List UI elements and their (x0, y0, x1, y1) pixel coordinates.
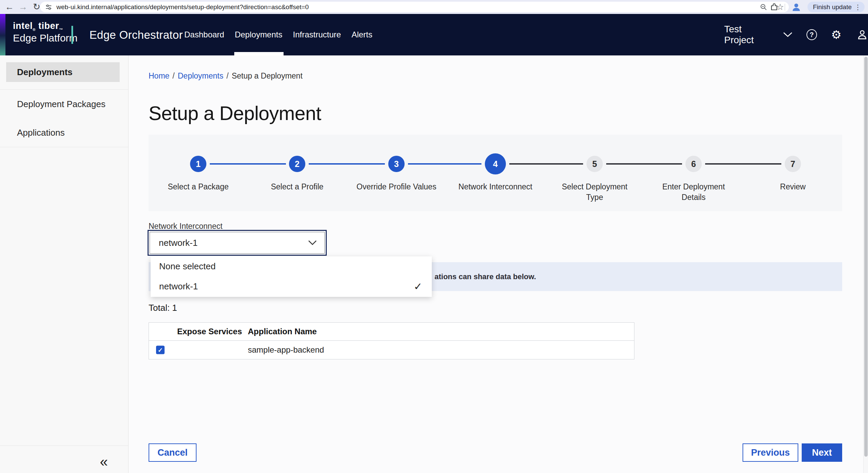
table-row: ✓ sample-app-backend (149, 341, 634, 359)
url-text[interactable]: web-ui.kind.internal/applications/deploy… (56, 3, 309, 11)
breadcrumb-deployments[interactable]: Deployments (178, 71, 223, 81)
nav-dashboard[interactable]: Dashboard (184, 14, 224, 55)
account-person-icon[interactable] (856, 29, 868, 40)
help-icon[interactable]: ? (806, 29, 817, 40)
cancel-button[interactable]: Cancel (149, 443, 197, 462)
sidebar-item-deployments[interactable]: Deployments (6, 62, 120, 82)
applications-table: Expose Services Application Name ✓ sampl… (149, 322, 634, 359)
zoom-page-icon[interactable] (760, 3, 768, 11)
brand-gradient-strip (0, 14, 5, 55)
select-chevron-down-icon[interactable] (308, 240, 317, 246)
app-header: intel® tiber™ Edge Platform Edge Orchest… (0, 14, 868, 55)
browser-back-icon[interactable]: ← (3, 2, 16, 12)
step-6-enter-deployment-details[interactable]: 6 Enter Deployment Details (643, 135, 745, 203)
browser-profile-avatar[interactable] (791, 2, 801, 12)
project-chevron-down-icon[interactable] (783, 32, 793, 38)
settings-gear-icon[interactable]: ⚙ (831, 29, 841, 40)
browser-toolbar: ← → ↻ web-ui.kind.internal/applications/… (0, 0, 868, 14)
sidebar-item-deployment-packages[interactable]: Deployment Packages (0, 90, 128, 118)
col-application-name: Application Name (248, 323, 317, 340)
next-button[interactable]: Next (802, 443, 842, 462)
breadcrumb-current: Setup a Deployment (232, 71, 302, 81)
table-header-row: Expose Services Application Name (149, 323, 634, 341)
expose-services-checkbox[interactable]: ✓ (156, 346, 165, 354)
header-right-cluster: Test Project ? ⚙ (724, 14, 868, 55)
step-1-select-a-package[interactable]: 1 Select a Package (147, 135, 249, 192)
option-network-1[interactable]: network-1 ✓ (151, 276, 432, 297)
step-3-override-profile-values[interactable]: 3 Override Profile Values (345, 135, 447, 192)
application-name-cell: sample-app-backend (248, 341, 324, 359)
wizard-stepper: 1 Select a Package 2 Select a Profile 3 … (149, 135, 842, 211)
extensions-icon[interactable] (770, 3, 779, 12)
project-selector-label[interactable]: Test Project (724, 24, 771, 46)
previous-button[interactable]: Previous (743, 443, 798, 462)
network-interconnect-label: Network Interconnect (149, 222, 222, 231)
nav-deployments[interactable]: Deployments (234, 14, 283, 55)
sidebar-item-applications[interactable]: Applications (0, 118, 128, 147)
option-none-selected[interactable]: None selected (151, 256, 432, 276)
step-2-select-a-profile[interactable]: 2 Select a Profile (246, 135, 348, 192)
address-bar[interactable]: web-ui.kind.internal/applications/deploy… (40, 2, 789, 12)
step-4-network-interconnect[interactable]: 4 Network Interconnect (444, 135, 546, 192)
product-title: Edge Orchestrator (89, 29, 183, 41)
page-scrollbar-thumb[interactable] (864, 57, 868, 457)
col-expose-services: Expose Services (177, 323, 242, 340)
page-title: Setup a Deployment (149, 102, 321, 124)
finish-update-button[interactable]: Finish update ⋮ (807, 2, 865, 12)
breadcrumb-home[interactable]: Home (149, 71, 169, 81)
intel-tiber-logo: intel® tiber™ Edge Platform (13, 21, 78, 44)
info-banner-text: ations can share data below. (435, 262, 536, 291)
step-7-review[interactable]: 7 Review (742, 135, 844, 192)
browser-forward-icon[interactable]: → (16, 2, 30, 12)
breadcrumb: Home / Deployments / Setup a Deployment (149, 71, 303, 81)
logo-divider-bar (71, 26, 73, 44)
sidebar-collapse-icon[interactable]: « (100, 455, 108, 469)
nav-alerts[interactable]: Alerts (351, 14, 373, 55)
site-settings-icon[interactable] (45, 3, 52, 11)
browser-menu-icon[interactable]: ⋮ (854, 3, 861, 11)
selected-check-icon: ✓ (414, 281, 422, 292)
sidebar-divider (0, 147, 128, 147)
step-5-select-deployment-type[interactable]: 5 Select Deployment Type (544, 135, 646, 203)
total-count: Total: 1 (149, 303, 177, 313)
select-value: network-1 (159, 238, 198, 248)
nav-infrastructure[interactable]: Infrastructure (292, 14, 341, 55)
toolbar-divider (785, 4, 785, 11)
network-interconnect-select[interactable]: network-1 (148, 230, 327, 256)
sidebar: Deployments Deployment Packages Applicat… (0, 55, 129, 473)
top-nav: Dashboard Deployments Infrastructure Ale… (184, 14, 373, 55)
select-dropdown-panel: None selected network-1 ✓ (151, 256, 432, 297)
page-scrollbar-track[interactable] (863, 55, 868, 473)
